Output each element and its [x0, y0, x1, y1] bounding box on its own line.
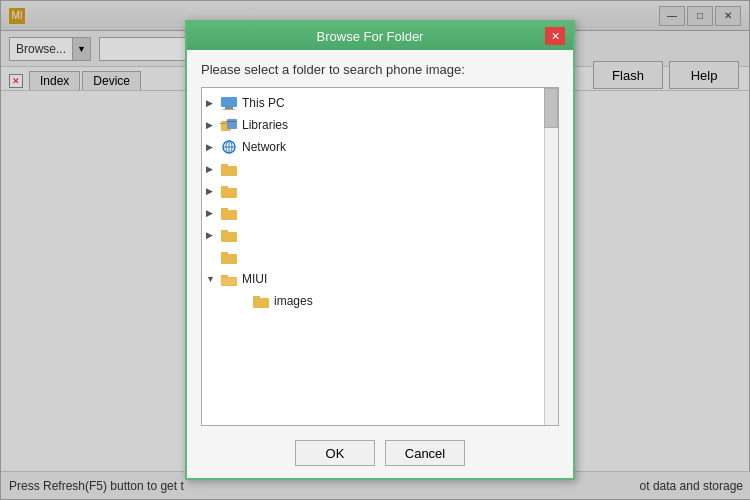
tree-item[interactable]: images — [202, 290, 558, 312]
modal-body: Please select a folder to search phone i… — [187, 50, 573, 478]
svg-rect-18 — [221, 230, 228, 234]
svg-rect-25 — [253, 296, 260, 300]
svg-marker-23 — [221, 278, 237, 285]
tree-arrow: ▶ — [206, 230, 220, 240]
svg-rect-22 — [221, 275, 228, 278]
modal-titlebar: Browse For Folder ✕ — [187, 22, 573, 50]
svg-rect-2 — [223, 109, 235, 110]
svg-rect-12 — [221, 164, 228, 168]
tree-arrow: ▶ — [206, 164, 220, 174]
tree-item[interactable]: ▼ MIUI — [202, 268, 558, 290]
cancel-button[interactable]: Cancel — [385, 440, 465, 466]
svg-rect-14 — [221, 186, 228, 190]
tree-arrow: ▶ — [206, 98, 220, 108]
svg-rect-0 — [221, 97, 237, 107]
tree-item[interactable]: ▶ — [202, 158, 558, 180]
modal-title: Browse For Folder — [195, 29, 545, 44]
svg-rect-6 — [226, 121, 236, 122]
tree-arrow: ▶ — [206, 208, 220, 218]
modal-close-button[interactable]: ✕ — [545, 27, 565, 45]
folder-icon — [220, 161, 238, 177]
tree-item[interactable]: ▶ Libraries — [202, 114, 558, 136]
folder-icon — [220, 183, 238, 199]
libraries-icon — [220, 117, 238, 133]
tree-label: MIUI — [242, 272, 267, 286]
tree-arrow: ▶ — [206, 142, 220, 152]
folder-tree-container: ▶ This PC▶ Libraries▶ Network▶ ▶ ▶ — [201, 87, 559, 426]
folder-icon — [220, 249, 238, 265]
svg-rect-5 — [227, 119, 237, 129]
folder-icon — [220, 205, 238, 221]
folder-open-icon — [220, 271, 238, 287]
modal-instruction: Please select a folder to search phone i… — [201, 62, 559, 77]
tree-label: Network — [242, 140, 286, 154]
tree-item[interactable]: ▶ Network — [202, 136, 558, 158]
tree-arrow: ▶ — [206, 186, 220, 196]
svg-rect-1 — [225, 107, 233, 109]
browse-folder-dialog: Browse For Folder ✕ Please select a fold… — [185, 20, 575, 480]
tree-item[interactable]: ▶ — [202, 180, 558, 202]
tree-arrow: ▼ — [206, 274, 220, 284]
scrollbar-thumb[interactable] — [544, 88, 558, 128]
svg-rect-16 — [221, 208, 228, 212]
ok-button[interactable]: OK — [295, 440, 375, 466]
tree-label: This PC — [242, 96, 285, 110]
modal-footer: OK Cancel — [201, 436, 559, 466]
tree-item[interactable]: ▶ — [202, 202, 558, 224]
tree-item[interactable]: ▶ — [202, 224, 558, 246]
folder-icon — [220, 227, 238, 243]
tree-item[interactable]: ▶ This PC — [202, 92, 558, 114]
folder-icon — [252, 293, 270, 309]
tree-item[interactable] — [202, 246, 558, 268]
svg-rect-20 — [221, 252, 228, 256]
tree-label: images — [274, 294, 313, 308]
scrollbar-track — [544, 88, 558, 425]
this-pc-icon — [220, 95, 238, 111]
folder-tree: ▶ This PC▶ Libraries▶ Network▶ ▶ ▶ — [202, 88, 558, 425]
network-icon — [220, 139, 238, 155]
tree-arrow: ▶ — [206, 120, 220, 130]
tree-label: Libraries — [242, 118, 288, 132]
